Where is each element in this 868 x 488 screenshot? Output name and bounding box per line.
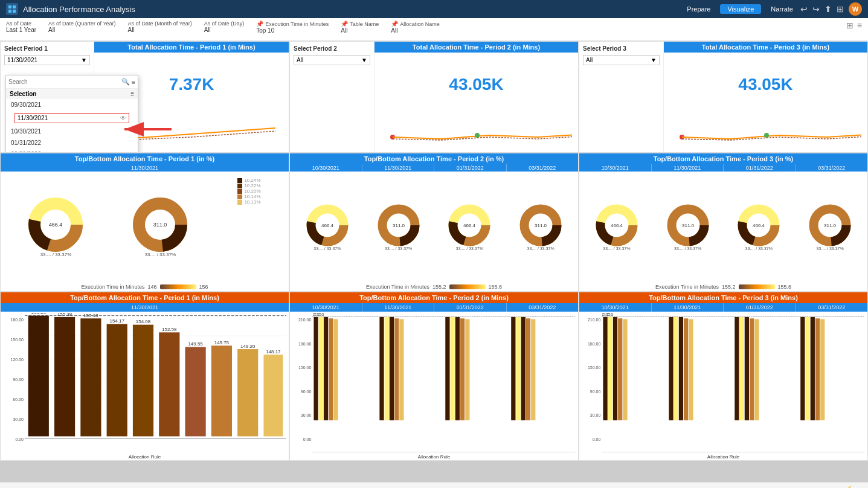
menu-icon[interactable]: ≡	[857, 21, 862, 30]
user-avatar[interactable]: W	[849, 2, 862, 16]
donut-p3-dates-row: 10/30/2021 11/30/2021 01/31/2022 03/31/2…	[579, 164, 867, 172]
svg-rect-99	[465, 319, 469, 420]
period2-dropdown[interactable]: All ▼	[294, 55, 370, 65]
redo-icon[interactable]: ↪	[812, 4, 820, 14]
period1-dropdown-overlay: 🔍 ≡ Selection ≡ 09/30/2021 11/30/2021 👁	[5, 75, 138, 153]
nav-visualize[interactable]: Visualize	[720, 4, 761, 14]
filter-allocation-name[interactable]: 📌Allocation Name All	[391, 21, 440, 34]
svg-rect-118	[689, 319, 693, 420]
panel-period2-total: Select Period 2 All ▼ Total Allocation T…	[289, 41, 579, 153]
svg-text:311.0: 311.0	[682, 223, 695, 228]
svg-rect-87	[324, 317, 328, 420]
svg-rect-98	[460, 318, 465, 420]
filter-execution-time[interactable]: 📌Execution Time in Minutes Top 10	[256, 21, 329, 34]
filter-table-name[interactable]: 📌Table Name All	[341, 21, 379, 34]
panel-donut-period2: Top/Bottom Allocation Time - Period 2 (i…	[289, 153, 579, 292]
dropdown-item-0[interactable]: 09/30/2021	[6, 99, 138, 111]
period1-value: 7.37K	[169, 75, 214, 94]
bar-p3-x-label: Allocation Rule	[579, 454, 867, 460]
panel1-chart-title: Total Allocation Time - Period 1 (in Min…	[94, 42, 289, 53]
period3-value: 43.05K	[738, 75, 792, 94]
dropdown-item-3[interactable]: 01/31/2022	[6, 137, 138, 149]
svg-text:149.55: 149.55	[188, 341, 203, 347]
nav-narrate[interactable]: Narrate	[764, 4, 800, 14]
svg-text:155.63: 155.63	[31, 313, 47, 315]
svg-rect-96	[451, 317, 455, 420]
add-tab-button[interactable]: ⊕	[162, 486, 169, 489]
svg-text:311.0: 311.0	[535, 223, 547, 228]
svg-rect-127	[815, 318, 820, 420]
filters-bar: As of Date Last 1 Year As of Date (Quart…	[0, 18, 868, 41]
svg-rect-123	[754, 319, 759, 420]
bar-period2-title: Top/Bottom Allocation Time - Period 2 (i…	[290, 292, 578, 303]
donut-period2-title: Top/Bottom Allocation Time - Period 2 (i…	[290, 153, 578, 164]
skip-back-icon[interactable]: ⏮	[829, 485, 839, 488]
svg-text:152.58: 152.58	[162, 327, 177, 332]
selected-item-wrapper: 11/30/2021 👁	[10, 113, 134, 123]
expand-icon[interactable]: ⤢	[857, 485, 865, 488]
svg-rect-116	[679, 317, 683, 420]
svg-rect-117	[684, 318, 688, 420]
bottom-right-icons: ⏮ ⚡ ⤢	[829, 485, 865, 488]
donut-p3-4: 311.0 33.... / 33.37%	[809, 204, 851, 251]
dropdown-item-4[interactable]: 02/28/2022	[6, 149, 138, 153]
filter-day[interactable]: As of Date (Day) All	[204, 21, 245, 33]
filter-as-of-date[interactable]: As of Date Last 1 Year	[6, 21, 36, 33]
svg-rect-120	[740, 317, 744, 420]
svg-rect-113	[623, 319, 628, 420]
donut-p2-4: 311.0 33.... / 33.37%	[519, 204, 562, 251]
svg-rect-71	[133, 325, 153, 437]
svg-rect-124	[800, 317, 805, 420]
period1-dropdown[interactable]: 11/30/2021 ▼	[4, 55, 90, 65]
donut-period1-title: Top/Bottom Allocation Time - Period 1 (i…	[1, 153, 289, 164]
period3-dropdown[interactable]: All ▼	[583, 55, 660, 65]
svg-rect-122	[750, 318, 754, 420]
svg-text:466.4: 466.4	[611, 223, 623, 228]
svg-rect-94	[400, 319, 404, 420]
donut-p3-1: 466.4 33.... / 33.37%	[596, 204, 638, 251]
donut-p2-2: 311.0 33.... / 33.37%	[378, 204, 420, 251]
bar-p1-date: 11/30/2021	[1, 303, 289, 312]
svg-point-9	[764, 133, 769, 138]
selection-menu-icon[interactable]: ≡	[130, 91, 134, 97]
app-title: Allocation Performance Analysis	[23, 5, 680, 14]
svg-text:311.0: 311.0	[824, 223, 837, 228]
lightning-icon[interactable]: ⚡	[842, 485, 854, 488]
tab-single-period[interactable]: Single Period Analysis	[79, 484, 159, 489]
filter-quarter[interactable]: As of Date (Quarter of Year) All	[48, 21, 116, 33]
donut-p3-footer: Execution Time in Minutes 155.2 155.6	[579, 283, 867, 291]
undo-icon[interactable]: ↩	[800, 4, 808, 14]
list-icon[interactable]: ≡	[132, 79, 135, 86]
nav-prepare[interactable]: Prepare	[680, 4, 718, 14]
donut-p2-1: 466.4 33.... / 33.37%	[306, 204, 349, 251]
header-actions: ↩ ↪ ⬆ ⊞ W	[800, 2, 862, 16]
eye-icon[interactable]: 👁	[120, 115, 126, 121]
svg-rect-73	[159, 332, 179, 436]
period2-line-chart	[375, 116, 578, 152]
period1-label: Select Period 1	[4, 45, 90, 52]
dropdown-search-input[interactable]	[8, 79, 121, 85]
more-icon[interactable]: ⊞	[837, 4, 844, 14]
dropdown-item-2[interactable]: 10/30/2021	[6, 126, 138, 137]
svg-rect-2	[8, 10, 11, 13]
donut-p2-3: 466.4 33.... / 33.37%	[448, 204, 490, 251]
svg-rect-79	[237, 349, 258, 436]
svg-rect-95	[446, 317, 450, 420]
svg-rect-85	[314, 317, 318, 420]
grid-icon[interactable]: ⊞	[846, 21, 854, 30]
svg-text:466.4: 466.4	[753, 223, 765, 228]
svg-text:155.13: 155.13	[83, 313, 98, 318]
svg-rect-75	[185, 347, 205, 437]
svg-rect-97	[455, 317, 460, 420]
panel-bar-period3: Top/Bottom Allocation Time - Period 3 (i…	[579, 292, 868, 461]
period3-label: Select Period 3	[583, 45, 660, 52]
export-icon[interactable]: ⬆	[825, 4, 832, 14]
panel3-chart-title: Total Allocation Time - Period 3 (in Min…	[664, 42, 867, 53]
donut-p2-footer: Execution Time in Minutes 155.2 155.6	[290, 283, 578, 291]
svg-rect-112	[618, 318, 622, 420]
tab-multi-period[interactable]: Multi Period Analysis	[3, 484, 79, 489]
svg-rect-67	[80, 318, 101, 436]
svg-rect-102	[521, 317, 526, 420]
nav-bar: Prepare Visualize Narrate	[680, 4, 800, 14]
filter-month[interactable]: As of Date (Month of Year) All	[128, 21, 192, 33]
